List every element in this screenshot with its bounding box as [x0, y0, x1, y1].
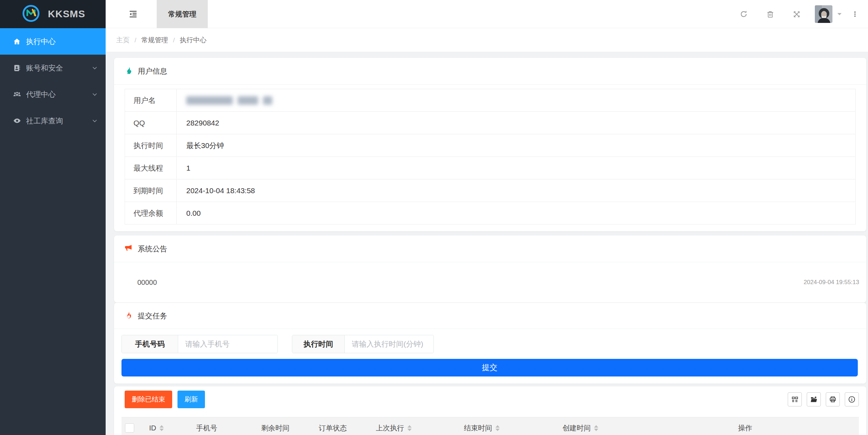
breadcrumb-separator: /: [135, 36, 136, 44]
task-table-card: 删除已结束 刷新: [114, 386, 866, 435]
sort-icon: [407, 425, 412, 431]
notice-body: 00000 2024-09-04 19:55:13: [114, 262, 866, 302]
row-label: 到期时间: [125, 179, 177, 202]
card-title: 系统公告: [138, 244, 167, 254]
column-header-create-time[interactable]: 创建时间: [529, 423, 631, 433]
phone-input[interactable]: [178, 335, 277, 353]
refresh-list-button[interactable]: 刷新: [177, 391, 205, 408]
sidebar-item-database-query[interactable]: 社工库查询: [0, 108, 106, 134]
info-button[interactable]: [845, 392, 859, 406]
sidebar-item-label: 账号和安全: [26, 63, 63, 73]
delete-finished-button[interactable]: 删除已结束: [125, 391, 172, 408]
duration-input[interactable]: [345, 335, 433, 353]
column-label: 上次执行: [376, 423, 404, 433]
task-form: 手机号码 执行时间: [121, 335, 434, 353]
column-header-actions: 操作: [631, 423, 859, 433]
task-card-header: 提交任务: [114, 303, 866, 329]
row-label: 用户名: [125, 89, 177, 111]
submit-button[interactable]: 提交: [121, 359, 858, 376]
column-label: 创建时间: [563, 423, 591, 433]
phone-input-group: 手机号码: [121, 335, 278, 353]
breadcrumb-home[interactable]: 主页: [116, 36, 130, 45]
tab-general-management[interactable]: 常规管理: [157, 0, 208, 28]
columns-toggle-button[interactable]: [788, 392, 802, 406]
flame-red-icon: [125, 311, 133, 320]
user-menu[interactable]: [815, 5, 843, 23]
select-all-checkbox[interactable]: [125, 423, 134, 433]
sidebar-item-account-security[interactable]: 账号和安全: [0, 55, 106, 81]
fullscreen-icon[interactable]: [793, 10, 801, 18]
breadcrumb-current: 执行中心: [180, 36, 207, 45]
column-header-end-time[interactable]: 结束时间: [434, 423, 529, 433]
phone-label: 手机号码: [122, 335, 178, 353]
table-row: 到期时间 2024-10-04 18:43:58: [125, 179, 855, 202]
table-row: 用户名: [125, 89, 855, 112]
eye-icon: [13, 117, 21, 125]
topbar: 常规管理: [106, 0, 868, 28]
table-row: 代理余额 0.00: [125, 202, 855, 225]
sort-icon: [495, 425, 500, 431]
duration-input-group: 执行时间: [292, 335, 434, 353]
collapse-sidebar-icon[interactable]: [124, 0, 142, 28]
user-info-table: 用户名 QQ 28290842 执行时间 最长30分钟 最大线程 1 到期时间 …: [125, 89, 856, 225]
export-button[interactable]: [807, 392, 821, 406]
trash-icon[interactable]: [766, 10, 774, 18]
row-label: 最大线程: [125, 157, 177, 179]
brand-logo[interactable]: KKSMS: [0, 0, 106, 28]
sidebar-item-label: 社工库查询: [26, 116, 63, 126]
table-toolbar-icons: [788, 392, 859, 406]
users-icon: [13, 90, 21, 98]
row-value: 最长30分钟: [177, 134, 855, 157]
column-label: 订单状态: [319, 423, 347, 433]
user-info-card-header: 用户信息: [114, 58, 866, 85]
table-row: 执行时间 最长30分钟: [125, 134, 855, 157]
breadcrumb: 主页 / 常规管理 / 执行中心: [106, 28, 868, 52]
column-header-id[interactable]: ID: [138, 424, 175, 432]
column-header-phone: 手机号: [175, 423, 238, 433]
table-header-row: ID 手机号 剩余时间 订单状态 上次执行 结束时间: [121, 417, 859, 435]
column-header-remaining: 剩余时间: [238, 423, 312, 433]
notice-card-header: 系统公告: [114, 235, 866, 262]
brand-name: KKSMS: [48, 8, 85, 20]
print-button[interactable]: [826, 392, 840, 406]
user-info-card: 用户信息 用户名 QQ 28290842 执行时间 最长30分钟 最大线程 1: [114, 58, 866, 231]
notice-content: 00000: [137, 278, 157, 286]
submit-task-card: 提交任务 手机号码 执行时间 提交: [114, 303, 866, 384]
sidebar-item-exec-center[interactable]: 执行中心: [0, 28, 106, 55]
notice-timestamp: 2024-09-04 19:55:13: [804, 279, 859, 286]
system-notice-card: 系统公告 00000 2024-09-04 19:55:13: [114, 235, 866, 302]
topbar-actions: [739, 0, 858, 28]
column-label: ID: [149, 424, 156, 432]
sidebar: KKSMS 执行中心 账号和安全: [0, 0, 106, 435]
row-value: [177, 89, 855, 111]
select-all-cell: [121, 423, 138, 433]
home-icon: [13, 38, 21, 45]
row-label: 代理余额: [125, 202, 177, 224]
column-label: 剩余时间: [261, 423, 289, 433]
column-label: 手机号: [196, 423, 217, 433]
breadcrumb-separator: /: [173, 36, 175, 44]
brand-logo-icon: [22, 4, 40, 24]
refresh-icon[interactable]: [739, 10, 748, 18]
row-label: 执行时间: [125, 134, 177, 157]
bullhorn-icon: [125, 244, 133, 253]
kebab-menu-icon[interactable]: [851, 11, 858, 18]
column-label: 结束时间: [464, 423, 492, 433]
column-header-last-exec[interactable]: 上次执行: [353, 423, 434, 433]
chevron-down-icon: [92, 118, 98, 124]
breadcrumb-section: 常规管理: [141, 36, 168, 45]
row-value: 2024-10-04 18:43:58: [177, 179, 855, 202]
card-title: 提交任务: [138, 311, 167, 321]
app-window: KKSMS 执行中心 账号和安全: [0, 0, 868, 435]
sort-icon: [160, 425, 164, 431]
sidebar-item-agent-center[interactable]: 代理中心: [0, 81, 106, 108]
sort-icon: [594, 425, 598, 431]
masked-value: [186, 96, 272, 105]
row-value: 0.00: [177, 202, 855, 224]
caret-down-icon: [836, 11, 843, 18]
row-label: QQ: [125, 112, 177, 134]
card-title: 用户信息: [138, 66, 167, 76]
table-row: 最大线程 1: [125, 157, 855, 179]
chevron-down-icon: [92, 65, 98, 71]
table-toolbar: 删除已结束 刷新: [125, 391, 859, 408]
